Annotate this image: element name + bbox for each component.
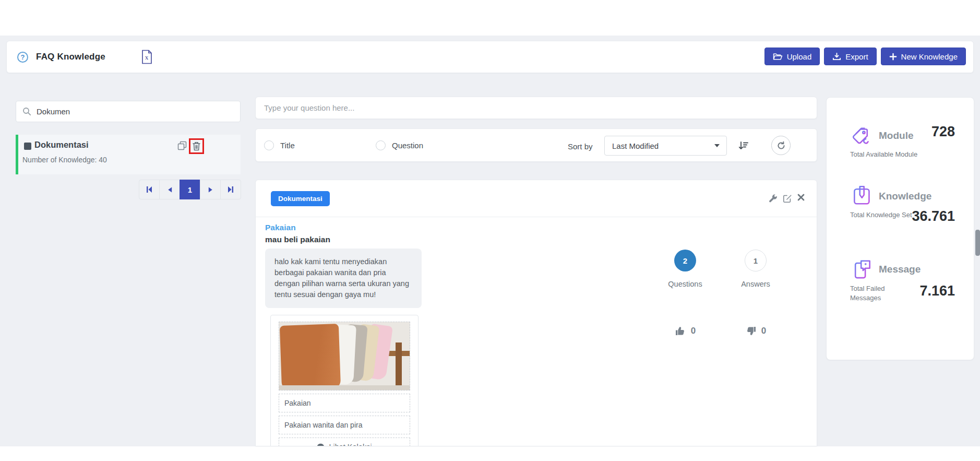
pagination-prev-button[interactable] — [159, 180, 180, 199]
faq-knowledge-page: ? FAQ Knowledge x Upload — [0, 0, 980, 461]
wrench-icon[interactable] — [768, 194, 778, 203]
filter-bar: Title Question Sort by Last Modified — [255, 128, 817, 162]
thumbs-down-icon — [745, 326, 757, 336]
questions-count-circle: 2 — [674, 250, 696, 271]
product-image — [279, 322, 410, 391]
product-cta-button[interactable]: Lihat Koleksi — [279, 438, 410, 446]
radio-title[interactable]: Title — [264, 140, 295, 150]
edit-icon[interactable] — [783, 194, 792, 203]
module-search — [16, 101, 241, 122]
svg-text:x: x — [145, 53, 149, 61]
module-square-icon — [24, 143, 31, 150]
message-phone-icon — [851, 257, 874, 280]
thumbs-up-icon — [675, 326, 686, 336]
like-count: 0 — [691, 326, 696, 336]
radio-question-label: Question — [392, 141, 423, 150]
knowledge-card: Dokumentasi Pakaian mau beli pakaian hal… — [255, 180, 817, 446]
close-icon[interactable] — [797, 194, 805, 201]
new-knowledge-button-label: New Knowledge — [901, 52, 958, 61]
chevron-down-icon — [714, 144, 720, 147]
knowledge-journal-icon — [851, 184, 874, 207]
question-search-bar — [255, 97, 817, 119]
chat-bubble-icon — [317, 443, 325, 446]
product-cta-label: Lihat Koleksi — [329, 443, 372, 446]
sort-order-icon[interactable] — [738, 140, 748, 151]
refresh-button[interactable] — [771, 136, 791, 155]
sort-dropdown-value: Last Modified — [612, 141, 659, 150]
sort-by-label: Sort by — [568, 142, 593, 151]
upload-button-label: Upload — [787, 52, 812, 61]
card-divider — [256, 217, 817, 217]
export-button-label: Export — [845, 52, 868, 61]
scrollbar-thumb[interactable] — [975, 230, 980, 256]
radio-question-circle[interactable] — [376, 140, 386, 150]
product-card: Pakaian Pakaian wanita dan pira Lihat Ko… — [270, 315, 419, 446]
question-input[interactable] — [264, 103, 808, 112]
module-stat-value: 728 — [931, 124, 955, 140]
module-stat-label: Module — [879, 130, 914, 141]
delete-icon-annotated[interactable] — [189, 138, 204, 154]
stats-panel: Module 728 Total Available Module Knowle… — [826, 97, 974, 360]
dislike-button[interactable]: 0 — [727, 326, 784, 336]
pagination-next-button[interactable] — [200, 180, 221, 199]
plus-icon — [889, 53, 897, 61]
message-stat-label: Message — [879, 264, 921, 275]
search-icon — [22, 107, 31, 116]
pagination-last-button[interactable] — [220, 180, 241, 199]
sort-dropdown[interactable]: Last Modified — [604, 136, 727, 156]
module-stat-sub: Total Available Module — [850, 150, 954, 159]
pagination-page-1[interactable]: 1 — [180, 180, 200, 199]
like-button[interactable]: 0 — [656, 326, 714, 336]
module-item-title: Dokumentasi — [34, 140, 89, 150]
module-pagination: 1 — [139, 180, 241, 199]
copy-icon[interactable] — [177, 141, 187, 150]
answers-stat: 1 Answers — [727, 250, 784, 288]
questions-label: Questions — [656, 280, 714, 288]
page-header: ? FAQ Knowledge x Upload — [6, 41, 974, 73]
upload-button[interactable]: Upload — [764, 48, 820, 65]
message-stat-value: 7.161 — [919, 283, 955, 299]
knowledge-badge: Dokumentasi — [271, 191, 330, 206]
radio-title-circle[interactable] — [264, 140, 274, 150]
radio-title-label: Title — [280, 141, 295, 150]
knowledge-stat-value: 36.761 — [912, 208, 955, 224]
module-list-item[interactable]: Dokumentasi Number of Knowledge: 40 — [16, 135, 241, 174]
message-stat-sub: Total Failed Messages — [850, 284, 913, 302]
answer-bubble: halo kak kami tentu menyediakan berbagai… — [265, 249, 422, 308]
download-icon — [832, 52, 841, 61]
answers-label: Answers — [727, 280, 784, 288]
search-input[interactable] — [37, 107, 224, 116]
knowledge-stat-sub: Total Knowledge Set — [850, 210, 913, 220]
page-title: FAQ Knowledge — [36, 52, 105, 62]
help-icon[interactable]: ? — [17, 52, 28, 63]
module-tags-icon — [851, 125, 874, 148]
folder-open-icon — [773, 53, 783, 61]
product-subtitle-row: Pakaian wanita dan pira — [279, 416, 410, 434]
knowledge-title-link[interactable]: Pakaian — [265, 223, 296, 232]
radio-question[interactable]: Question — [376, 140, 423, 150]
answers-count-circle: 1 — [745, 250, 767, 271]
dislike-count: 0 — [761, 326, 766, 336]
export-button[interactable]: Export — [824, 48, 876, 65]
questions-stat: 2 Questions — [656, 250, 714, 288]
new-knowledge-button[interactable]: New Knowledge — [881, 48, 966, 65]
knowledge-question: mau beli pakaian — [265, 235, 330, 244]
excel-file-icon[interactable]: x — [141, 50, 153, 64]
pagination-first-button[interactable] — [139, 180, 160, 199]
knowledge-stat-label: Knowledge — [879, 191, 931, 202]
module-item-subtitle: Number of Knowledge: 40 — [22, 156, 107, 164]
product-title-row: Pakaian — [279, 394, 410, 412]
